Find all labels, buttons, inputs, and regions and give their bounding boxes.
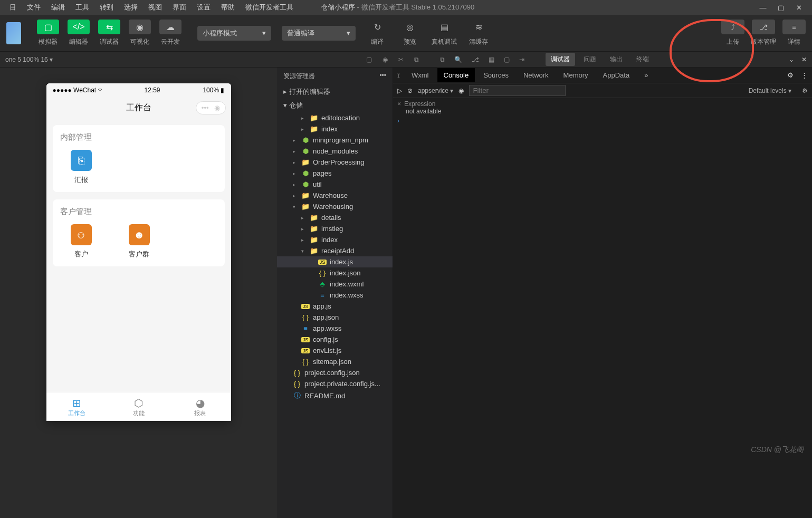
right-版本管理-button[interactable]: ⎇ bbox=[752, 20, 775, 34]
tree-item-miniprogram_npm[interactable]: ▸⬢miniprogram_npm bbox=[277, 135, 393, 146]
maximize-icon[interactable]: ▢ bbox=[776, 3, 786, 12]
compile-select[interactable]: 普通编译▾ bbox=[282, 26, 356, 41]
tree-item-README.md[interactable]: ⓘREADME.md bbox=[277, 389, 393, 402]
secbar-icon[interactable]: ⧉ bbox=[414, 56, 419, 63]
menu-视图[interactable]: 视图 bbox=[143, 1, 167, 13]
tree-item-index[interactable]: ▸📁index bbox=[277, 234, 393, 245]
menu-设置[interactable]: 设置 bbox=[192, 1, 216, 13]
menu-编辑[interactable]: 编辑 bbox=[46, 1, 70, 13]
mode-select[interactable]: 小程序模式▾ bbox=[197, 26, 271, 41]
menu-微信开发者工具[interactable]: 微信开发者工具 bbox=[240, 1, 299, 13]
capsule-button[interactable]: ••• ◉ bbox=[196, 101, 226, 114]
tree-item-pages[interactable]: ▸⬢pages bbox=[277, 168, 393, 179]
explorer-top-icon[interactable]: ⇥ bbox=[519, 56, 524, 63]
toolbar-编辑器-button[interactable]: </> bbox=[68, 20, 90, 34]
menu-目[interactable]: 目 bbox=[4, 1, 22, 13]
tabbar-工作台[interactable]: ⊞工作台 bbox=[46, 392, 108, 421]
secbar-icon[interactable]: ◉ bbox=[383, 56, 388, 63]
action-编译-button[interactable]: ↻ bbox=[366, 20, 388, 34]
console-filter-input[interactable] bbox=[469, 85, 566, 96]
capsule-close-icon[interactable]: ◉ bbox=[214, 104, 220, 112]
menu-转到[interactable]: 转到 bbox=[94, 1, 119, 13]
grid-item-汇报[interactable]: ⎘汇报 bbox=[60, 150, 102, 185]
devtab-问题[interactable]: 问题 bbox=[578, 53, 601, 66]
devtools-tab-memory[interactable]: Memory bbox=[557, 68, 595, 82]
tree-item-envList.js[interactable]: JSenvList.js bbox=[277, 345, 393, 356]
devtab-终端[interactable]: 终端 bbox=[631, 53, 654, 66]
explorer-more-icon[interactable]: ••• bbox=[379, 72, 386, 81]
tree-item-Warehousing[interactable]: ▾📁Warehousing bbox=[277, 201, 393, 212]
open-editors-section[interactable]: ▸ 打开的编辑器 bbox=[277, 85, 393, 99]
tree-item-receiptAdd[interactable]: ▾📁receiptAdd bbox=[277, 245, 393, 256]
project-root-section[interactable]: ▾ 仓储 bbox=[277, 99, 393, 112]
tree-item-OrderProcessing[interactable]: ▸📁OrderProcessing bbox=[277, 157, 393, 168]
secbar-icon[interactable]: ✂ bbox=[398, 56, 404, 63]
eye-icon[interactable]: ◉ bbox=[458, 87, 464, 94]
explorer-top-icon[interactable]: ⎇ bbox=[472, 56, 479, 63]
menu-工具[interactable]: 工具 bbox=[70, 1, 94, 13]
action-预览-button[interactable]: ◎ bbox=[399, 20, 421, 34]
tree-item-node_modules[interactable]: ▸⬢node_modules bbox=[277, 146, 393, 157]
minimize-icon[interactable]: — bbox=[758, 3, 768, 12]
explorer-top-icon[interactable]: 🔍 bbox=[454, 56, 462, 63]
inspect-icon[interactable]: ⟟ bbox=[397, 71, 400, 80]
devtools-more-tabs[interactable]: » bbox=[638, 68, 654, 82]
explorer-top-icon[interactable]: ⧉ bbox=[440, 56, 445, 63]
toolbar-可视化-button[interactable]: ◉ bbox=[129, 20, 151, 34]
right-详情-button[interactable]: ≡ bbox=[782, 20, 806, 34]
tree-item-project.private.config.js...[interactable]: { }project.private.config.js... bbox=[277, 378, 393, 389]
menu-帮助[interactable]: 帮助 bbox=[216, 1, 240, 13]
tree-item-util[interactable]: ▸⬢util bbox=[277, 179, 393, 190]
tree-item-Warehouse[interactable]: ▸📁Warehouse bbox=[277, 190, 393, 201]
grid-item-客户群[interactable]: ☻客户群 bbox=[118, 224, 160, 259]
action-清缓存-button[interactable]: ≋ bbox=[467, 20, 490, 34]
tree-item-index.js[interactable]: JSindex.js bbox=[277, 256, 393, 267]
play-icon[interactable]: ▷ bbox=[397, 87, 402, 94]
log-levels-select[interactable]: Default levels ▾ bbox=[749, 87, 791, 94]
close-panel-icon[interactable]: ✕ bbox=[801, 56, 807, 63]
tree-item-imstleg[interactable]: ▸📁imstleg bbox=[277, 223, 393, 234]
menu-界面[interactable]: 界面 bbox=[167, 1, 192, 13]
devtools-tab-console[interactable]: Console bbox=[437, 68, 475, 82]
devtools-tab-network[interactable]: Network bbox=[517, 68, 555, 82]
tree-item-editolocation[interactable]: ▸📁editolocation bbox=[277, 112, 393, 123]
menu-选择[interactable]: 选择 bbox=[119, 1, 143, 13]
tree-item-index[interactable]: ▸📁index bbox=[277, 123, 393, 135]
chevron-down-icon[interactable]: ⌄ bbox=[789, 56, 794, 63]
right-上传-button[interactable]: ⤴ bbox=[721, 20, 744, 34]
kebab-icon[interactable]: ⋮ bbox=[801, 71, 808, 79]
grid-item-客户[interactable]: ☺客户 bbox=[60, 224, 102, 259]
context-select[interactable]: appservice ▾ bbox=[418, 87, 453, 94]
tree-item-app.json[interactable]: { }app.json bbox=[277, 312, 393, 323]
capsule-menu-icon[interactable]: ••• bbox=[202, 104, 209, 112]
tree-item-sitemap.json[interactable]: { }sitemap.json bbox=[277, 356, 393, 367]
tree-item-details[interactable]: ▸📁details bbox=[277, 212, 393, 223]
gear-icon[interactable]: ⚙ bbox=[787, 71, 794, 79]
tree-item-index.json[interactable]: { }index.json bbox=[277, 267, 393, 279]
devtools-tab-appdata[interactable]: AppData bbox=[597, 68, 636, 82]
explorer-top-icon[interactable]: ▢ bbox=[504, 56, 510, 63]
console-prompt[interactable]: › bbox=[397, 117, 808, 124]
devtools-tab-sources[interactable]: Sources bbox=[477, 68, 515, 82]
tree-item-config.js[interactable]: JSconfig.js bbox=[277, 334, 393, 345]
tabbar-报表[interactable]: ◕报表 bbox=[169, 392, 231, 421]
tabbar-功能[interactable]: ⬡功能 bbox=[108, 392, 169, 421]
tree-item-project.config.json[interactable]: { }project.config.json bbox=[277, 367, 393, 378]
tree-item-app.wxss[interactable]: ≡app.wxss bbox=[277, 323, 393, 334]
tree-item-app.js[interactable]: JSapp.js bbox=[277, 301, 393, 312]
toolbar-模拟器-button[interactable]: ▢ bbox=[37, 20, 59, 34]
toolbar-云开发-button[interactable]: ☁ bbox=[159, 20, 181, 34]
devtab-调试器[interactable]: 调试器 bbox=[546, 53, 575, 66]
devtools-settings-icon[interactable]: ⚙ bbox=[802, 87, 808, 94]
close-icon[interactable]: ✕ bbox=[794, 3, 804, 12]
secbar-icon[interactable]: ▢ bbox=[366, 56, 372, 63]
menu-文件[interactable]: 文件 bbox=[22, 1, 46, 13]
toolbar-调试器-button[interactable]: ⇆ bbox=[98, 20, 120, 34]
device-info[interactable]: one 5 100% 16 ▾ bbox=[5, 56, 53, 63]
tree-item-index.wxml[interactable]: ⬘index.wxml bbox=[277, 279, 393, 290]
devtab-输出[interactable]: 输出 bbox=[605, 53, 628, 66]
tree-item-index.wxss[interactable]: ≡index.wxss bbox=[277, 290, 393, 301]
explorer-top-icon[interactable]: ▦ bbox=[489, 56, 494, 63]
devtools-tab-wxml[interactable]: Wxml bbox=[405, 68, 435, 82]
clear-console-icon[interactable]: ⊘ bbox=[407, 87, 413, 94]
